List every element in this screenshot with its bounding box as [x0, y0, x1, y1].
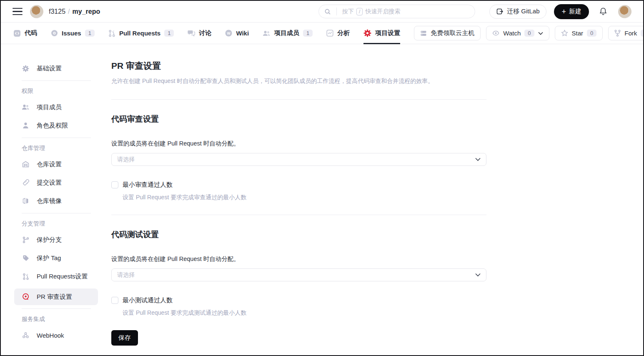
sidebar-section-permissions: 权限 — [14, 85, 98, 98]
tab-analytics-label: 分析 — [337, 29, 350, 37]
pull-request-icon — [108, 30, 115, 37]
save-button[interactable]: 保存 — [111, 330, 138, 346]
tab-analytics[interactable]: 分析 — [326, 23, 350, 44]
repo-action-buttons: 免费领取云主机 Watch 0 Star 0 Fork 0 — [414, 26, 644, 40]
repo-owner-avatar[interactable] — [30, 5, 43, 18]
ruler-icon — [22, 179, 30, 186]
sidebar-item-protected-tags[interactable]: 保护 Tag — [14, 252, 98, 264]
search-placeholder-suffix: 快速开启搜索 — [365, 8, 400, 15]
members-icon — [263, 30, 271, 37]
tab-code[interactable]: 代码 — [13, 23, 37, 44]
notification-bell-icon[interactable] — [599, 7, 607, 16]
tab-members[interactable]: 项目成员 1 — [263, 23, 313, 44]
sidebar-item-label: PR 审查设置 — [37, 293, 72, 301]
watch-label: Watch — [503, 30, 521, 37]
fork-label: Fork — [624, 30, 637, 37]
star-label: Star — [572, 30, 584, 37]
sidebar-section-integrations: 服务集成 — [14, 313, 98, 326]
star-button[interactable]: Star 0 — [555, 26, 603, 40]
sidebar-item-repo-settings[interactable]: 仓库设置 — [14, 158, 98, 170]
tab-settings-label: 项目设置 — [375, 29, 400, 37]
pr-review-settings-panel: PR 审查设置 允许在创建 Pull Request 时自动分配审查人员和测试人… — [111, 44, 486, 346]
test-members-select[interactable]: 请选择 — [111, 268, 486, 281]
tab-wiki-label: Wiki — [236, 30, 249, 37]
min-review-count-label: 最小审查通过人数 — [123, 181, 173, 189]
webhook-icon — [22, 332, 30, 338]
migrate-gitlab-label: 迁移 GitLab — [507, 8, 539, 15]
tab-pull-requests-label: Pull Requests — [119, 30, 160, 37]
migrate-gitlab-button[interactable]: 迁移 GitLab — [489, 5, 546, 19]
sidebar-item-label: 基础设置 — [37, 65, 62, 73]
test-select-placeholder: 请选择 — [117, 271, 135, 279]
breadcrumb-repo[interactable]: my_repo — [73, 8, 100, 15]
section-divider — [111, 99, 486, 100]
tab-issues[interactable]: Issues 1 — [51, 23, 95, 44]
repo-tab-bar: 代码 Issues 1 Pull Requests 1 讨论 W Wiki 项目… — [1, 23, 643, 44]
sidebar-item-label: 仓库设置 — [37, 160, 62, 168]
sidebar-item-label: 提交设置 — [37, 179, 62, 187]
sidebar-divider — [22, 138, 91, 138]
section-divider — [111, 215, 486, 215]
chevron-down-icon — [538, 32, 543, 35]
fork-button[interactable]: Fork 0 — [608, 26, 644, 40]
sidebar-divider — [22, 80, 91, 81]
search-placeholder-prefix: 按下 — [342, 8, 354, 15]
test-assign-label: 设置的成员将在创建 Pull Request 时自动分配。 — [111, 255, 486, 263]
min-test-count-checkbox[interactable] — [111, 297, 118, 304]
tab-wiki[interactable]: W Wiki — [225, 23, 249, 44]
sidebar-item-pr-settings[interactable]: Pull Requests设置 — [14, 270, 98, 283]
sidebar-item-roles-permissions[interactable]: 角色及权限 — [14, 119, 98, 132]
chevron-down-icon — [475, 273, 481, 277]
people-icon — [22, 104, 30, 110]
sidebar-item-members[interactable]: 项目成员 — [14, 101, 98, 113]
members-count-badge: 1 — [303, 30, 313, 37]
sidebar-item-label: 保护 Tag — [37, 254, 61, 262]
user-avatar[interactable] — [618, 5, 631, 18]
min-review-count-checkbox[interactable] — [111, 181, 118, 188]
sidebar-item-repo-mirror[interactable]: 仓库镜像 — [14, 195, 98, 207]
tab-discussion-label: 讨论 — [199, 29, 211, 37]
review-assign-label: 设置的成员将在创建 Pull Request 时自动分配。 — [111, 140, 486, 148]
chart-icon — [326, 30, 333, 37]
gear-icon-red — [363, 29, 371, 37]
sidebar-divider — [22, 213, 91, 213]
branch-icon — [22, 236, 30, 243]
new-button[interactable]: + 新建 — [554, 4, 589, 19]
sidebar-item-label: Pull Requests设置 — [37, 273, 88, 281]
code-test-heading: 代码测试设置 — [111, 229, 486, 240]
tag-icon — [22, 255, 30, 261]
sidebar-item-webhook[interactable]: WebHook — [14, 329, 98, 341]
min-test-count-help: 设置 Pull Request 要求完成测试通过的最小人数 — [123, 309, 486, 317]
tab-pull-requests[interactable]: Pull Requests 1 — [108, 23, 174, 44]
settings-sidebar: 基础设置 权限 项目成员 角色及权限 仓库管理 仓库设置 提交设置 仓库镜像 分… — [14, 44, 98, 347]
breadcrumb-owner[interactable]: f3125 — [49, 8, 65, 15]
person-icon — [22, 122, 30, 129]
sidebar-item-pr-review-settings[interactable]: PR 审查设置 — [14, 288, 98, 305]
fork-count-badge: 0 — [641, 30, 644, 37]
sidebar-section-repository: 仓库管理 — [14, 142, 98, 155]
tab-settings[interactable]: 项目设置 — [363, 23, 400, 44]
watch-button[interactable]: Watch 0 — [486, 26, 549, 40]
cloud-host-button[interactable]: 免费领取云主机 — [414, 26, 481, 40]
hamburger-menu-icon[interactable] — [13, 8, 23, 15]
tab-discussion[interactable]: 讨论 — [188, 23, 211, 44]
fork-icon — [614, 30, 621, 37]
review-members-select[interactable]: 请选择 — [111, 153, 486, 166]
search-input[interactable]: 按下 / 快速开启搜索 — [318, 5, 475, 18]
sidebar-item-basic-settings[interactable]: 基础设置 — [14, 62, 98, 75]
page-title: PR 审查设置 — [111, 60, 486, 72]
sidebar-item-protected-branches[interactable]: 保护分支 — [14, 233, 98, 246]
sidebar-divider — [22, 308, 91, 309]
min-review-count-help: 设置 Pull Request 要求完成审查通过的最小人数 — [123, 194, 486, 201]
sidebar-item-commit-settings[interactable]: 提交设置 — [14, 176, 98, 189]
pr-count-badge: 1 — [164, 30, 174, 37]
plus-icon: + — [561, 8, 566, 15]
watch-icon — [492, 30, 499, 36]
issues-icon — [51, 30, 58, 37]
watch-count-badge: 0 — [524, 30, 534, 37]
code-review-heading: 代码审查设置 — [111, 114, 486, 125]
wiki-icon: W — [225, 30, 232, 37]
chat-bubbles-icon — [188, 30, 195, 37]
chevron-down-icon — [475, 158, 481, 161]
slash-keycap: / — [356, 8, 363, 15]
